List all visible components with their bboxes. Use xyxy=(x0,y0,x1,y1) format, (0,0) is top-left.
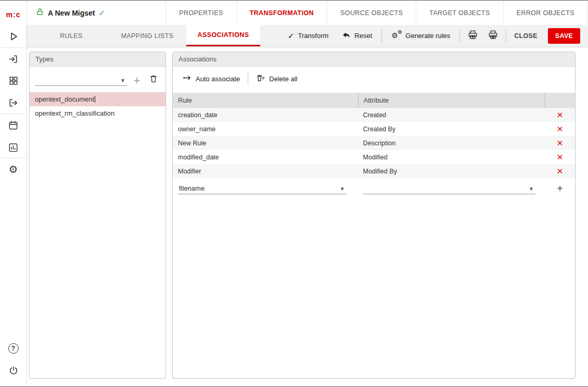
dashboard-icon xyxy=(8,76,19,86)
sidebar-item-logout[interactable] xyxy=(0,359,27,381)
print-export-button[interactable] xyxy=(463,29,483,42)
add-association-button[interactable]: + xyxy=(557,183,563,194)
attribute-cell: Created By xyxy=(358,126,545,133)
rule-cell: New Rule xyxy=(173,140,358,147)
rule-cell: creation_date xyxy=(173,111,358,119)
transform-check-icon: ✓ xyxy=(288,31,295,41)
attribute-cell: Description xyxy=(358,140,545,147)
delete-association-icon[interactable]: ✕ xyxy=(557,153,564,161)
tab-properties[interactable]: PROPERTIES xyxy=(165,1,236,25)
toolbar-divider xyxy=(248,72,248,85)
delete-association-icon[interactable]: ✕ xyxy=(557,139,564,147)
new-rule-select[interactable]: filename ▼ xyxy=(178,183,347,194)
tab-target-objects[interactable]: TARGET OBJECTS xyxy=(416,1,503,25)
reset-arrow-icon xyxy=(342,31,351,41)
app-logo: m:c xyxy=(6,4,21,26)
toolbar-right-group: CLOSE SAVE xyxy=(509,28,588,44)
main-area: A New Migset ✓ PROPERTIES TRANSFORMATION… xyxy=(27,1,588,386)
transformation-toolbar: RULES MAPPING LISTS ASSOCIATIONS ✓ Trans… xyxy=(27,25,588,46)
sidebar-item-help[interactable]: ? xyxy=(0,338,27,359)
chevron-down-icon: ▼ xyxy=(340,186,345,192)
associations-panel-title: Associations xyxy=(173,52,575,67)
new-rule-select-value: filename xyxy=(179,184,204,192)
table-row[interactable]: creation_date Created ✕ xyxy=(173,108,575,122)
toolbar-divider xyxy=(459,29,460,43)
sidebar-item-scheduler[interactable] xyxy=(0,114,27,136)
reset-button[interactable]: Reset xyxy=(335,31,379,41)
delete-association-icon[interactable]: ✕ xyxy=(557,167,564,175)
type-add-row: ▼ + xyxy=(30,67,165,92)
associations-table-body: creation_date Created ✕ owner_name Creat… xyxy=(173,108,575,178)
associations-table-header: Rule Attribute xyxy=(173,93,575,108)
type-select[interactable]: ▼ xyxy=(35,74,127,86)
reset-label: Reset xyxy=(354,32,372,40)
run-button[interactable] xyxy=(0,26,27,47)
associations-toolbar: Auto associate Delete all xyxy=(173,67,575,91)
printer-import-icon xyxy=(488,29,498,42)
tab-associations[interactable]: ASSOCIATIONS xyxy=(186,25,260,46)
list-item-opentext-document[interactable]: opentext_document xyxy=(30,92,165,106)
column-header-actions xyxy=(545,93,575,108)
types-panel-title: Types xyxy=(30,52,165,67)
delete-all-label: Delete all xyxy=(269,75,297,83)
delete-association-icon[interactable]: ✕ xyxy=(557,111,564,119)
column-header-attribute: Attribute xyxy=(358,93,545,108)
auto-associate-label: Auto associate xyxy=(196,75,240,83)
associations-panel: Associations Auto associate Delete all xyxy=(172,52,576,379)
tab-mapping-lists[interactable]: MAPPING LISTS xyxy=(108,25,186,46)
sidebar-item-export[interactable] xyxy=(0,92,27,114)
table-row[interactable]: New Rule Description ✕ xyxy=(173,136,575,150)
new-attribute-select[interactable]: ▼ xyxy=(363,183,535,194)
generate-rules-icon: ⚙ ⚙ xyxy=(391,31,402,41)
list-item-opentext-rm-classification[interactable]: opentext_rm_classification xyxy=(30,106,165,120)
sidebar: m:c xyxy=(0,1,27,386)
rule-cell: owner_name xyxy=(173,126,358,133)
table-row[interactable]: Modifier Modified By ✕ xyxy=(173,164,575,178)
tab-transformation[interactable]: TRANSFORMATION xyxy=(236,1,327,25)
rule-cell: Modifier xyxy=(173,168,358,175)
printer-export-icon xyxy=(467,29,478,42)
table-row[interactable]: owner_name Created By ✕ xyxy=(173,122,575,136)
sub-tabs: RULES MAPPING LISTS ASSOCIATIONS xyxy=(34,25,260,46)
export-icon xyxy=(8,97,19,108)
valid-check-icon: ✓ xyxy=(99,8,106,18)
close-button[interactable]: CLOSE xyxy=(509,28,543,44)
save-button[interactable]: SAVE xyxy=(548,28,580,44)
tab-rules[interactable]: RULES xyxy=(34,25,108,46)
tab-source-objects[interactable]: SOURCE OBJECTS xyxy=(327,1,416,25)
play-icon xyxy=(8,31,19,42)
sidebar-item-import[interactable] xyxy=(0,48,27,70)
column-header-rule: Rule xyxy=(173,93,358,108)
lock-icon xyxy=(35,7,44,18)
generate-rules-label: Generate rules xyxy=(405,32,450,40)
settings-gear-icon: ⚙ xyxy=(9,164,18,174)
table-row[interactable]: modified_date Modified ✕ xyxy=(173,150,575,164)
auto-associate-icon xyxy=(182,73,192,84)
rule-cell: modified_date xyxy=(173,154,358,161)
print-import-button[interactable] xyxy=(483,29,503,42)
tab-error-objects[interactable]: ERROR OBJECTS xyxy=(503,1,588,25)
sidebar-item-reports[interactable] xyxy=(0,136,27,158)
transform-button[interactable]: ✓ Transform xyxy=(281,31,335,41)
chevron-down-icon: ▼ xyxy=(120,78,125,83)
auto-associate-button[interactable]: Auto associate xyxy=(177,73,245,84)
delete-type-button[interactable] xyxy=(147,74,160,86)
transform-label: Transform xyxy=(298,32,329,40)
app-window: m:c xyxy=(0,1,588,386)
delete-sweep-icon xyxy=(256,73,265,84)
delete-association-icon[interactable]: ✕ xyxy=(557,125,564,133)
sidebar-item-settings[interactable]: ⚙ xyxy=(0,158,27,180)
attribute-cell: Created xyxy=(358,111,545,119)
trash-icon xyxy=(149,74,158,85)
generate-rules-button[interactable]: ⚙ ⚙ Generate rules xyxy=(385,31,457,41)
reports-icon xyxy=(8,142,19,153)
types-panel: Types ▼ + opentext_document opent xyxy=(29,52,166,379)
toolbar-actions: ✓ Transform Reset ⚙ ⚙ Generate rules xyxy=(260,25,588,46)
calendar-icon xyxy=(8,120,19,131)
sidebar-item-dashboard[interactable] xyxy=(0,70,27,92)
add-type-button[interactable]: + xyxy=(130,76,144,86)
top-header: A New Migset ✓ PROPERTIES TRANSFORMATION… xyxy=(27,1,588,25)
text-caret xyxy=(95,96,95,103)
content-area: Types ▼ + opentext_document opent xyxy=(27,46,588,386)
delete-all-button[interactable]: Delete all xyxy=(251,73,302,84)
